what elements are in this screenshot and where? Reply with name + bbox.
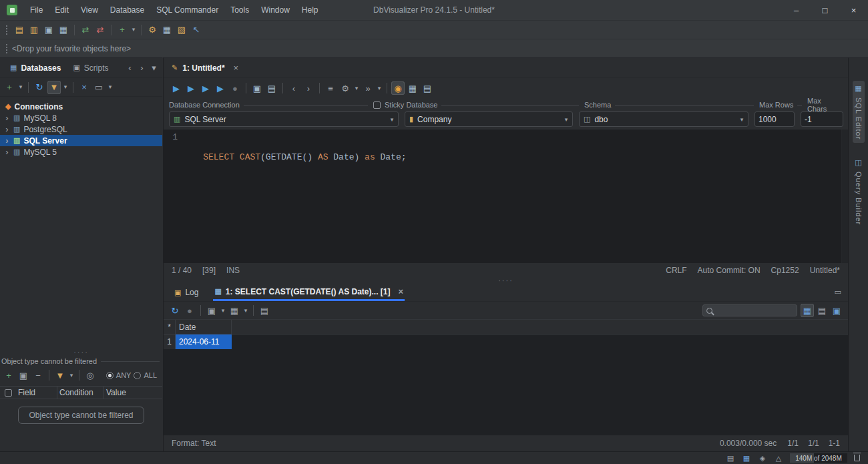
security-icon[interactable]: ◈ — [757, 453, 768, 463]
tree-item[interactable]: › ▥ SQL Server — [0, 135, 162, 146]
sql-editor[interactable]: 1 SELECT CAST(GETDATE() AS Date) as Date… — [164, 130, 848, 263]
notifications-icon[interactable]: ▤ — [725, 453, 736, 463]
history-back-icon[interactable]: ‹ — [287, 81, 300, 95]
maximize-panel-icon[interactable]: ▭ — [835, 288, 841, 296]
stop-result-icon[interactable]: ● — [183, 304, 196, 317]
sql-toolbar-icon[interactable] — [246, 83, 246, 93]
filter-disabled-button[interactable]: Object type cannot be filtered — [18, 407, 144, 424]
comment-icon[interactable]: » — [361, 81, 375, 95]
history-forward-icon[interactable]: › — [302, 81, 315, 95]
menu-sql-commander[interactable]: SQL Commander — [150, 0, 224, 20]
filter-toolbar-icon[interactable] — [49, 370, 49, 381]
load-sql-icon[interactable]: ▤ — [265, 81, 278, 95]
menu-help[interactable]: Help — [296, 0, 324, 20]
add-connection-icon[interactable]: + — [3, 81, 16, 94]
tab-list-icon[interactable]: ▾ — [149, 61, 159, 75]
execute-explain-icon[interactable]: ▶ — [214, 81, 227, 95]
filter-dropdown-icon[interactable]: ▾ — [62, 81, 69, 94]
stop-icon[interactable]: ● — [228, 81, 242, 95]
connect-icon[interactable]: ⇄ — [79, 23, 92, 37]
menu-database[interactable]: Database — [104, 0, 150, 20]
max-chars-input[interactable] — [801, 111, 843, 127]
maximize-button[interactable]: □ — [811, 0, 839, 20]
collapse-all-icon[interactable]: × — [77, 81, 91, 94]
editor-scrollbar[interactable] — [841, 130, 848, 263]
pin-result-icon[interactable]: ◉ — [391, 81, 405, 95]
execute-icon[interactable]: ▶ — [170, 81, 183, 95]
save-icon[interactable]: ▣ — [42, 23, 55, 37]
toolbar-drag-handle[interactable] — [5, 25, 8, 35]
strip-tab-sql-editor[interactable]: ▦ SQL Editor — [853, 81, 865, 143]
editor-settings-dropdown-icon[interactable]: ▾ — [353, 81, 360, 95]
garbage-collect-icon[interactable] — [854, 455, 860, 461]
chevron-right-icon[interactable]: › — [4, 136, 10, 146]
create-dropdown-icon[interactable]: ▾ — [130, 23, 137, 37]
comment-dropdown-icon[interactable]: ▾ — [376, 81, 383, 95]
apply-filter-icon[interactable]: ▼ — [53, 369, 67, 382]
window-layout-icon[interactable]: ▭ — [92, 81, 105, 94]
sidebar-toolbar-icon[interactable] — [28, 82, 29, 93]
database-selector[interactable]: ▮ Company ▾ — [405, 111, 573, 127]
close-result-tab-icon[interactable]: × — [399, 286, 404, 296]
refresh-icon[interactable]: ↻ — [33, 81, 46, 94]
sidebar-toolbar-icon[interactable] — [73, 82, 73, 93]
all-radio[interactable] — [134, 372, 141, 379]
result-search-box[interactable] — [702, 304, 797, 316]
toolbar-icon[interactable] — [111, 25, 112, 35]
sql-toolbar-icon[interactable] — [282, 83, 283, 93]
result-grid-icon[interactable]: ▦ — [406, 81, 419, 95]
save-sql-icon[interactable]: ▣ — [250, 81, 264, 95]
tree-item[interactable]: › ▥ MySQL 5 — [0, 146, 162, 158]
tool-properties-icon[interactable]: ⚙ — [146, 23, 159, 37]
tree-root-connections[interactable]: ◆ Connections — [0, 101, 162, 112]
warning-icon[interactable]: △ — [773, 453, 784, 463]
remove-filter-icon[interactable]: − — [31, 369, 45, 382]
tab-databases[interactable]: ▦ Databases — [4, 58, 67, 77]
toolbar-icon[interactable] — [141, 25, 142, 35]
execute-current-icon[interactable]: ▶ — [184, 81, 198, 95]
result-text-icon[interactable]: ▤ — [421, 81, 434, 95]
copy-result-dropdown-icon[interactable]: ▾ — [220, 304, 226, 317]
memory-indicator[interactable]: 140M of 2048M — [790, 453, 847, 463]
results-toolbar-icon[interactable] — [253, 305, 254, 316]
menu-edit[interactable]: Edit — [49, 0, 75, 20]
export-icon[interactable]: ▧ — [175, 23, 188, 37]
editor-results-splitter[interactable]: ···· — [164, 278, 848, 283]
any-radio[interactable] — [106, 372, 114, 379]
max-rows-input[interactable] — [754, 111, 795, 127]
grid-corner-header[interactable]: * — [164, 320, 176, 334]
sql-code-line[interactable]: SELECT CAST(GETDATE() AS Date) as Date; — [182, 130, 407, 263]
connections-status-icon[interactable]: ▦ — [741, 453, 752, 463]
grid-options-icon[interactable]: ▦ — [228, 304, 241, 317]
tab-next-icon[interactable]: › — [137, 61, 147, 75]
tab-scripts[interactable]: ▣ Scripts — [67, 58, 114, 77]
favorites-drag-handle[interactable] — [5, 43, 8, 54]
copy-filter-icon[interactable]: ▣ — [17, 369, 30, 382]
editor-settings-icon[interactable]: ⚙ — [339, 81, 352, 95]
editor-tab-untitled[interactable]: ✎ 1: Untitled* × — [172, 63, 238, 73]
result-set-tab[interactable]: ▦ 1: SELECT CAST(GETDATE() AS Date)... [… — [213, 284, 405, 301]
grid-options-dropdown-icon[interactable]: ▾ — [242, 304, 249, 317]
text-options-icon[interactable]: ▤ — [258, 304, 271, 317]
log-tab[interactable]: ▣ Log — [173, 284, 200, 301]
chevron-right-icon[interactable]: › — [4, 124, 10, 134]
strip-tab-query-builder[interactable]: ◫ Query Builder — [853, 155, 865, 228]
schema-selector[interactable]: ◫ dbo ▾ — [579, 111, 748, 127]
close-button[interactable]: × — [839, 0, 868, 20]
formatter-icon[interactable]: ≡ — [324, 81, 337, 95]
add-connection-dropdown-icon[interactable]: ▾ — [17, 81, 24, 94]
sticky-database-checkbox[interactable] — [373, 101, 381, 109]
tab-prev-icon[interactable]: ‹ — [125, 61, 135, 75]
chevron-right-icon[interactable]: › — [4, 147, 10, 157]
tree-item[interactable]: › ▥ MySQL 8 — [0, 112, 162, 124]
chevron-down-icon[interactable]: ▾ — [386, 112, 398, 126]
filter-icon[interactable]: ▼ — [47, 81, 61, 94]
grid-view-icon[interactable]: ▦ — [801, 304, 814, 317]
menu-tools[interactable]: Tools — [224, 0, 255, 20]
menu-view[interactable]: View — [75, 0, 104, 20]
column-header[interactable]: Date — [176, 320, 232, 334]
menu-window[interactable]: Window — [255, 0, 296, 20]
toolbar-icon[interactable] — [74, 25, 75, 35]
execute-buffer-icon[interactable]: ▶ — [199, 81, 212, 95]
disconnect-icon[interactable]: ⇄ — [93, 23, 107, 37]
